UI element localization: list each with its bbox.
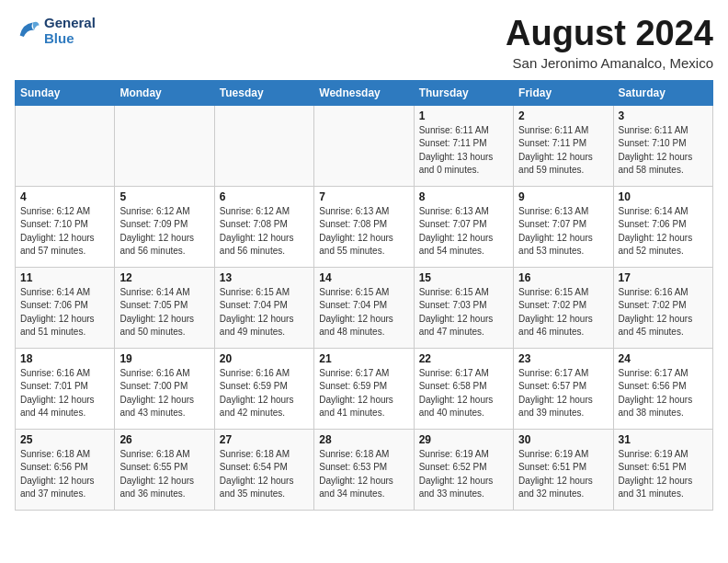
day-number: 2 — [518, 109, 608, 122]
calendar-table: SundayMondayTuesdayWednesdayThursdayFrid… — [15, 80, 713, 511]
day-info: Sunrise: 6:12 AM Sunset: 7:09 PM Dayligh… — [119, 205, 209, 259]
day-info: Sunrise: 6:18 AM Sunset: 6:56 PM Dayligh… — [20, 448, 109, 501]
day-number: 17 — [619, 271, 708, 284]
day-info: Sunrise: 6:14 AM Sunset: 7:06 PM Dayligh… — [619, 205, 708, 259]
calendar-cell: 20Sunrise: 6:16 AM Sunset: 6:59 PM Dayli… — [214, 348, 313, 429]
day-number: 9 — [518, 190, 608, 203]
day-info: Sunrise: 6:15 AM Sunset: 7:02 PM Dayligh… — [518, 286, 608, 339]
calendar-cell: 19Sunrise: 6:16 AM Sunset: 7:00 PM Dayli… — [115, 348, 214, 429]
calendar-header: SundayMondayTuesdayWednesdayThursdayFrid… — [16, 80, 713, 105]
day-info: Sunrise: 6:11 AM Sunset: 7:11 PM Dayligh… — [518, 124, 608, 178]
day-info: Sunrise: 6:15 AM Sunset: 7:04 PM Dayligh… — [319, 286, 408, 339]
header-cell-monday: Monday — [115, 80, 214, 105]
calendar-cell: 17Sunrise: 6:16 AM Sunset: 7:02 PM Dayli… — [613, 267, 712, 348]
day-number: 29 — [419, 433, 508, 446]
day-number: 23 — [518, 352, 608, 365]
calendar-cell: 12Sunrise: 6:14 AM Sunset: 7:05 PM Dayli… — [115, 267, 214, 348]
header-cell-wednesday: Wednesday — [314, 80, 414, 105]
day-info: Sunrise: 6:17 AM Sunset: 6:56 PM Dayligh… — [619, 367, 708, 420]
calendar-cell: 3Sunrise: 6:11 AM Sunset: 7:10 PM Daylig… — [613, 105, 712, 186]
calendar-cell: 15Sunrise: 6:15 AM Sunset: 7:03 PM Dayli… — [414, 267, 513, 348]
day-number: 18 — [20, 352, 109, 365]
day-number: 13 — [220, 271, 309, 284]
calendar-cell: 30Sunrise: 6:19 AM Sunset: 6:51 PM Dayli… — [514, 429, 613, 510]
calendar-cell: 22Sunrise: 6:17 AM Sunset: 6:58 PM Dayli… — [414, 348, 513, 429]
week-row-5: 25Sunrise: 6:18 AM Sunset: 6:56 PM Dayli… — [16, 429, 713, 510]
calendar-cell: 2Sunrise: 6:11 AM Sunset: 7:11 PM Daylig… — [514, 105, 613, 186]
calendar-cell: 9Sunrise: 6:13 AM Sunset: 7:07 PM Daylig… — [514, 186, 613, 267]
day-number: 20 — [220, 352, 309, 365]
calendar-cell: 11Sunrise: 6:14 AM Sunset: 7:06 PM Dayli… — [16, 267, 115, 348]
calendar-body: 1Sunrise: 6:11 AM Sunset: 7:11 PM Daylig… — [16, 105, 713, 510]
day-number: 4 — [20, 190, 109, 203]
week-row-3: 11Sunrise: 6:14 AM Sunset: 7:06 PM Dayli… — [16, 267, 713, 348]
calendar-cell: 27Sunrise: 6:18 AM Sunset: 6:54 PM Dayli… — [214, 429, 313, 510]
day-info: Sunrise: 6:13 AM Sunset: 7:08 PM Dayligh… — [319, 205, 408, 259]
location-subtitle: San Jeronimo Amanalco, Mexico — [506, 55, 713, 71]
calendar-cell — [214, 105, 313, 186]
week-row-1: 1Sunrise: 6:11 AM Sunset: 7:11 PM Daylig… — [16, 105, 713, 186]
day-info: Sunrise: 6:11 AM Sunset: 7:11 PM Dayligh… — [419, 124, 508, 178]
day-info: Sunrise: 6:16 AM Sunset: 7:01 PM Dayligh… — [20, 367, 109, 420]
day-number: 16 — [518, 271, 608, 284]
calendar-cell: 29Sunrise: 6:19 AM Sunset: 6:52 PM Dayli… — [414, 429, 513, 510]
calendar-cell: 31Sunrise: 6:19 AM Sunset: 6:51 PM Dayli… — [613, 429, 712, 510]
day-info: Sunrise: 6:13 AM Sunset: 7:07 PM Dayligh… — [419, 205, 508, 259]
calendar-cell: 14Sunrise: 6:15 AM Sunset: 7:04 PM Dayli… — [314, 267, 414, 348]
header: General Blue August 2024 San Jeronimo Am… — [15, 15, 713, 71]
day-info: Sunrise: 6:14 AM Sunset: 7:05 PM Dayligh… — [119, 286, 209, 339]
day-number: 21 — [319, 352, 408, 365]
calendar-cell: 24Sunrise: 6:17 AM Sunset: 6:56 PM Dayli… — [613, 348, 712, 429]
day-number: 26 — [119, 433, 209, 446]
day-number: 24 — [619, 352, 708, 365]
day-number: 7 — [319, 190, 408, 203]
calendar-cell: 16Sunrise: 6:15 AM Sunset: 7:02 PM Dayli… — [514, 267, 613, 348]
logo-bird-icon — [15, 17, 40, 43]
day-number: 8 — [419, 190, 508, 203]
day-number: 12 — [119, 271, 209, 284]
day-info: Sunrise: 6:17 AM Sunset: 6:58 PM Dayligh… — [419, 367, 508, 420]
calendar-cell: 13Sunrise: 6:15 AM Sunset: 7:04 PM Dayli… — [214, 267, 313, 348]
calendar-cell: 7Sunrise: 6:13 AM Sunset: 7:08 PM Daylig… — [314, 186, 414, 267]
day-info: Sunrise: 6:18 AM Sunset: 6:53 PM Dayligh… — [319, 448, 408, 501]
day-info: Sunrise: 6:11 AM Sunset: 7:10 PM Dayligh… — [619, 124, 708, 178]
day-info: Sunrise: 6:17 AM Sunset: 6:57 PM Dayligh… — [518, 367, 608, 420]
calendar-cell — [115, 105, 214, 186]
day-info: Sunrise: 6:12 AM Sunset: 7:10 PM Dayligh… — [20, 205, 109, 259]
day-number: 3 — [619, 109, 708, 122]
logo-text: General Blue — [44, 15, 96, 46]
calendar-cell: 18Sunrise: 6:16 AM Sunset: 7:01 PM Dayli… — [16, 348, 115, 429]
calendar-cell — [16, 105, 115, 186]
day-info: Sunrise: 6:18 AM Sunset: 6:55 PM Dayligh… — [119, 448, 209, 501]
calendar-cell: 28Sunrise: 6:18 AM Sunset: 6:53 PM Dayli… — [314, 429, 414, 510]
header-cell-tuesday: Tuesday — [214, 80, 313, 105]
header-row: SundayMondayTuesdayWednesdayThursdayFrid… — [16, 80, 713, 105]
calendar-cell: 23Sunrise: 6:17 AM Sunset: 6:57 PM Dayli… — [514, 348, 613, 429]
day-info: Sunrise: 6:15 AM Sunset: 7:03 PM Dayligh… — [419, 286, 508, 339]
calendar-cell: 1Sunrise: 6:11 AM Sunset: 7:11 PM Daylig… — [414, 105, 513, 186]
title-block: August 2024 San Jeronimo Amanalco, Mexic… — [506, 15, 713, 71]
calendar-cell: 4Sunrise: 6:12 AM Sunset: 7:10 PM Daylig… — [16, 186, 115, 267]
calendar-cell: 5Sunrise: 6:12 AM Sunset: 7:09 PM Daylig… — [115, 186, 214, 267]
day-number: 31 — [619, 433, 708, 446]
calendar-cell: 10Sunrise: 6:14 AM Sunset: 7:06 PM Dayli… — [613, 186, 712, 267]
day-info: Sunrise: 6:18 AM Sunset: 6:54 PM Dayligh… — [220, 448, 309, 501]
calendar-cell — [314, 105, 414, 186]
calendar-cell: 8Sunrise: 6:13 AM Sunset: 7:07 PM Daylig… — [414, 186, 513, 267]
day-number: 15 — [419, 271, 508, 284]
logo: General Blue — [15, 15, 96, 46]
day-number: 25 — [20, 433, 109, 446]
day-info: Sunrise: 6:16 AM Sunset: 7:00 PM Dayligh… — [119, 367, 209, 420]
day-info: Sunrise: 6:13 AM Sunset: 7:07 PM Dayligh… — [518, 205, 608, 259]
header-cell-sunday: Sunday — [16, 80, 115, 105]
day-info: Sunrise: 6:17 AM Sunset: 6:59 PM Dayligh… — [319, 367, 408, 420]
calendar-cell: 25Sunrise: 6:18 AM Sunset: 6:56 PM Dayli… — [16, 429, 115, 510]
week-row-4: 18Sunrise: 6:16 AM Sunset: 7:01 PM Dayli… — [16, 348, 713, 429]
header-cell-friday: Friday — [514, 80, 613, 105]
day-info: Sunrise: 6:19 AM Sunset: 6:51 PM Dayligh… — [518, 448, 608, 501]
day-info: Sunrise: 6:14 AM Sunset: 7:06 PM Dayligh… — [20, 286, 109, 339]
day-number: 22 — [419, 352, 508, 365]
day-number: 14 — [319, 271, 408, 284]
calendar-cell: 6Sunrise: 6:12 AM Sunset: 7:08 PM Daylig… — [214, 186, 313, 267]
day-number: 28 — [319, 433, 408, 446]
